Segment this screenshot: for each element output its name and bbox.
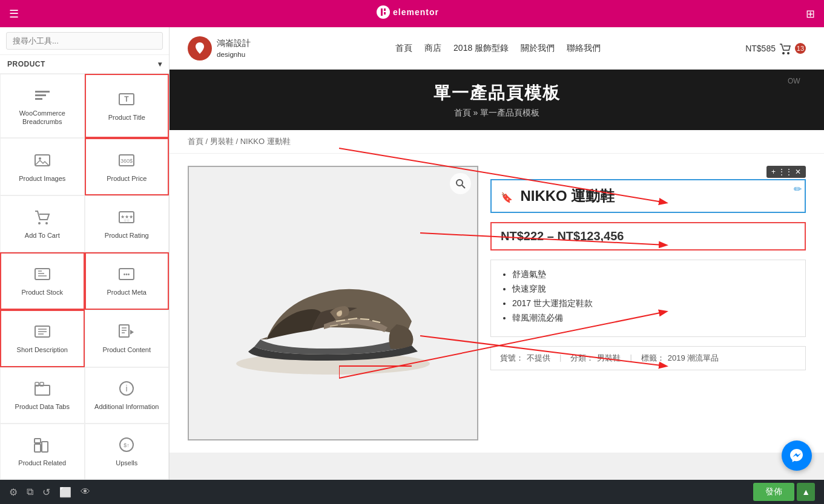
svg-point-45 bbox=[456, 180, 463, 186]
top-bar: ☰ elementor ⊞ bbox=[0, 0, 824, 27]
svg-point-34 bbox=[782, 52, 785, 54]
sidebar-search-container bbox=[0, 27, 169, 55]
desc-item-3: 2017 世大運指定鞋款 bbox=[512, 298, 796, 309]
additional-information-icon: i bbox=[117, 379, 136, 400]
sku-value: 不提供 bbox=[527, 353, 550, 364]
ow-badge: OW bbox=[788, 76, 812, 87]
cart-badge: 13 bbox=[795, 43, 806, 54]
svg-rect-7 bbox=[35, 98, 42, 100]
sidebar-item-upsells[interactable]: $↑ Upsells bbox=[85, 424, 170, 480]
product-data-tabs-icon bbox=[33, 379, 51, 400]
sidebar-item-short-description[interactable]: Short Description bbox=[0, 310, 85, 367]
layers-icon[interactable]: ⧉ bbox=[27, 486, 33, 497]
nav-link-home[interactable]: 首頁 bbox=[395, 43, 412, 54]
sidebar-item-product-stock[interactable]: Product Stock bbox=[0, 252, 85, 310]
category-label: 分類： bbox=[570, 353, 594, 364]
bottom-toolbar-left: ⚙ ⧉ ↺ ⬜ 👁 bbox=[9, 486, 90, 498]
search-input[interactable] bbox=[6, 32, 163, 50]
eye-icon[interactable]: 👁 bbox=[81, 486, 90, 497]
svg-rect-31 bbox=[35, 439, 41, 443]
desc-item-1: 舒適氣墊 bbox=[512, 269, 796, 280]
product-detail: + ⋮⋮ ✕ 🔖 NIKKO 運動鞋 ✏ bbox=[490, 166, 806, 440]
svg-rect-2 bbox=[384, 8, 386, 11]
cart-price: NT$585 bbox=[745, 44, 776, 53]
navbar-logo-text: 鴻崙設計designhu bbox=[217, 38, 251, 59]
preview-area: 鴻崙設計designhu 首頁 商店 2018 服飾型錄 關於我們 聯絡我們 N… bbox=[170, 27, 824, 453]
grid-icon[interactable]: ⊞ bbox=[806, 7, 815, 21]
sidebar-item-product-related[interactable]: Product Related bbox=[0, 424, 85, 480]
product-price-label: Product Price bbox=[107, 175, 147, 183]
short-description-icon bbox=[33, 322, 51, 343]
category-label: PRODUCT bbox=[7, 60, 45, 68]
widget-move-icon[interactable]: ⋮⋮ bbox=[778, 168, 793, 176]
preview-navbar: 鴻崙設計designhu 首頁 商店 2018 服飾型錄 關於我們 聯絡我們 N… bbox=[170, 27, 824, 70]
product-stock-label: Product Stock bbox=[22, 289, 63, 296]
svg-text:360$: 360$ bbox=[120, 158, 133, 164]
sidebar-item-product-rating[interactable]: ★★★☆☆ Product Rating bbox=[85, 195, 170, 252]
settings-icon[interactable]: ⚙ bbox=[9, 486, 18, 498]
add-to-cart-label: Add To Cart bbox=[25, 232, 60, 240]
product-title-text: NIKKO 運動鞋 bbox=[520, 188, 615, 204]
sidebar-item-product-images[interactable]: Product Images bbox=[0, 138, 85, 195]
svg-point-14 bbox=[38, 222, 41, 224]
svg-rect-3 bbox=[384, 12, 386, 15]
svg-rect-19 bbox=[35, 269, 50, 280]
top-bar-right: ⊞ bbox=[806, 7, 815, 21]
svg-point-35 bbox=[787, 52, 789, 54]
hero-breadcrumb: 首頁 » 單一產品頁模板 bbox=[433, 108, 561, 119]
svg-rect-23 bbox=[119, 325, 129, 337]
product-image-placeholder bbox=[189, 167, 477, 439]
widget-plus-icon[interactable]: + bbox=[771, 168, 776, 176]
product-price-icon: 360$ bbox=[117, 151, 136, 172]
sidebar-item-product-meta[interactable]: ••• Product Meta bbox=[85, 252, 170, 310]
bookmark-icon: 🔖 bbox=[501, 192, 513, 203]
svg-text:i: i bbox=[126, 384, 128, 393]
responsive-icon[interactable]: ⬜ bbox=[59, 486, 71, 498]
sidebar-item-add-to-cart[interactable]: Add To Cart bbox=[0, 195, 85, 252]
publish-arrow-button[interactable]: ▲ bbox=[797, 483, 815, 501]
messenger-button[interactable] bbox=[782, 440, 812, 471]
desc-item-2: 快速穿脫 bbox=[512, 284, 796, 295]
widget-close-icon[interactable]: ✕ bbox=[795, 168, 801, 176]
top-bar-left: ☰ bbox=[9, 7, 19, 21]
svg-point-11 bbox=[39, 157, 41, 160]
product-rating-label: Product Rating bbox=[105, 232, 149, 240]
sidebar-item-product-data-tabs[interactable]: Product Data Tabs bbox=[0, 367, 85, 424]
sidebar-item-woocommerce-breadcrumbs[interactable]: WooCommerceBreadcrumbs bbox=[0, 74, 85, 138]
collapse-icon[interactable]: ▾ bbox=[158, 60, 162, 68]
svg-text:•••: ••• bbox=[124, 271, 130, 278]
sidebar-item-product-title[interactable]: T Product Title bbox=[85, 74, 170, 138]
nav-link-contact[interactable]: 聯絡我們 bbox=[567, 43, 601, 54]
product-meta-box: 貨號： 不提供 | 分類： 男裝鞋 | 標籤： 2019 潮流單 bbox=[490, 346, 806, 370]
svg-text:$↑: $↑ bbox=[124, 442, 130, 448]
sidebar-item-product-price[interactable]: 360$ Product Price bbox=[85, 138, 170, 195]
edit-icon[interactable]: ✏ bbox=[794, 183, 802, 195]
nav-link-catalog[interactable]: 2018 服飾型錄 bbox=[453, 43, 509, 54]
product-image-area bbox=[188, 166, 478, 440]
publish-button[interactable]: 發佈 bbox=[753, 483, 794, 501]
meta-sep-2: | bbox=[630, 353, 631, 364]
product-meta-icon: ••• bbox=[117, 265, 136, 286]
product-price-text: NT$222 – NT$123,456 bbox=[501, 229, 624, 243]
nav-link-shop[interactable]: 商店 bbox=[424, 43, 441, 54]
tag-value: 2019 潮流單品 bbox=[668, 353, 719, 364]
svg-rect-24 bbox=[35, 385, 50, 395]
svg-text:elementor: elementor bbox=[393, 7, 439, 17]
menu-icon[interactable]: ☰ bbox=[9, 7, 19, 21]
product-content-icon bbox=[117, 322, 136, 343]
sidebar-item-product-content[interactable]: Product Content bbox=[85, 310, 170, 367]
product-content-label: Product Content bbox=[103, 346, 151, 354]
upsells-icon: $↑ bbox=[117, 436, 136, 456]
meta-sep-1: | bbox=[559, 353, 561, 364]
messenger-icon bbox=[789, 448, 805, 463]
nav-link-about[interactable]: 關於我們 bbox=[521, 43, 555, 54]
search-overlay[interactable] bbox=[450, 173, 471, 194]
preview-breadcrumb: 首頁 / 男裝鞋 / NIKKO 運動鞋 bbox=[170, 130, 824, 154]
product-data-tabs-label: Product Data Tabs bbox=[15, 403, 70, 411]
product-stock-icon bbox=[33, 265, 51, 286]
sidebar-item-additional-information[interactable]: i Additional Information bbox=[85, 367, 170, 424]
desc-item-4: 韓風潮流必備 bbox=[512, 313, 796, 324]
navbar-logo: 鴻崙設計designhu bbox=[188, 36, 251, 61]
history-icon[interactable]: ↺ bbox=[42, 486, 50, 498]
navbar-cart[interactable]: NT$585 13 bbox=[745, 42, 806, 55]
